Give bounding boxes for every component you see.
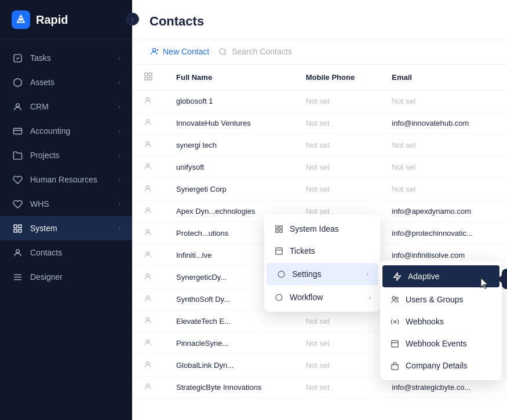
table-row[interactable]: unifysoft Not set Not set bbox=[132, 156, 507, 178]
svg-rect-6 bbox=[18, 225, 21, 228]
main-content: Contacts New Contact Search Contacts Ful… bbox=[132, 0, 507, 420]
crm-arrow: › bbox=[118, 103, 121, 110]
projects-arrow: › bbox=[118, 152, 121, 159]
dropdown-item-adaptive[interactable]: Adaptive bbox=[382, 265, 499, 287]
company-details-icon bbox=[389, 360, 400, 371]
sidebar-item-assets[interactable]: Assets › bbox=[0, 70, 132, 94]
svg-point-29 bbox=[147, 251, 149, 254]
row-icon bbox=[132, 288, 165, 311]
svg-point-3 bbox=[16, 103, 19, 107]
svg-point-9 bbox=[16, 249, 19, 253]
svg-point-31 bbox=[147, 295, 149, 298]
svg-point-44 bbox=[276, 294, 282, 301]
search-bar: Search Contacts bbox=[218, 47, 292, 56]
accounting-icon bbox=[12, 125, 23, 137]
table-row[interactable]: Synergeti Corp Not set Not set bbox=[132, 178, 507, 200]
svg-rect-21 bbox=[145, 77, 148, 80]
accounting-arrow: › bbox=[118, 127, 121, 134]
contact-phone: Not set bbox=[294, 377, 381, 399]
sidebar-item-label: Tasks bbox=[30, 53, 111, 63]
table-row[interactable]: InnovateHub Ventures Not set info@innova… bbox=[132, 112, 507, 134]
adaptive-label: Adaptive bbox=[408, 272, 439, 281]
sidebar-item-system[interactable]: System › bbox=[0, 216, 132, 240]
svg-rect-7 bbox=[18, 229, 21, 232]
svg-rect-38 bbox=[279, 225, 282, 228]
dropdown-item-webhooks[interactable]: Webhooks bbox=[380, 311, 502, 333]
table-row[interactable]: synergi tech Not set Not set bbox=[132, 134, 507, 156]
svg-rect-49 bbox=[391, 340, 397, 346]
svg-point-46 bbox=[392, 296, 395, 299]
contact-name: Synergeti Corp bbox=[165, 178, 294, 200]
svg-rect-19 bbox=[149, 73, 152, 76]
dropdown-item-company-details[interactable]: Company Details bbox=[380, 355, 502, 377]
sidebar-collapse-button[interactable]: ‹ bbox=[126, 13, 139, 25]
row-icon bbox=[132, 156, 165, 178]
users-groups-label: Users & Groups bbox=[406, 295, 464, 304]
row-icon bbox=[132, 333, 165, 355]
svg-point-22 bbox=[147, 97, 149, 100]
contact-name: InnovateHub Ventures bbox=[165, 112, 294, 134]
dropdown-item-system-ideas[interactable]: System Ideas bbox=[264, 218, 380, 240]
sidebar-item-human-resources[interactable]: Human Resources › bbox=[0, 167, 132, 192]
sidebar-item-label: System bbox=[30, 224, 111, 233]
svg-point-35 bbox=[147, 384, 149, 386]
system-dropdown: System Ideas Tickets Settings › Workflow… bbox=[264, 214, 380, 312]
svg-point-16 bbox=[220, 48, 225, 54]
hr-arrow: › bbox=[118, 176, 121, 183]
sidebar-item-projects[interactable]: Projects › bbox=[0, 143, 132, 167]
contact-email: Not set bbox=[380, 156, 507, 178]
workflow-arrow: › bbox=[369, 294, 371, 301]
whs-icon bbox=[12, 198, 23, 210]
designer-icon bbox=[12, 271, 23, 283]
svg-rect-20 bbox=[149, 77, 152, 80]
webhook-events-icon bbox=[389, 338, 400, 349]
sidebar-item-label: Accounting bbox=[30, 126, 111, 136]
contact-name: ElevateTech E... bbox=[165, 311, 294, 333]
svg-rect-41 bbox=[275, 247, 282, 254]
webhooks-icon bbox=[389, 316, 400, 327]
row-icon bbox=[132, 266, 165, 288]
svg-point-13 bbox=[152, 49, 155, 52]
dropdown-item-workflow[interactable]: Workflow › bbox=[264, 286, 380, 308]
svg-point-27 bbox=[147, 207, 149, 210]
contact-email: Not set bbox=[380, 134, 507, 156]
adaptive-icon bbox=[392, 271, 402, 282]
col-email: Email bbox=[380, 65, 507, 90]
sidebar-item-whs[interactable]: WHS › bbox=[0, 192, 132, 216]
svg-rect-51 bbox=[391, 364, 397, 369]
dropdown-item-webhook-events[interactable]: Webhook Events bbox=[380, 333, 502, 355]
sidebar-item-accounting[interactable]: Accounting › bbox=[0, 119, 132, 143]
col-icon bbox=[132, 65, 165, 90]
sidebar-item-crm[interactable]: CRM › bbox=[0, 94, 132, 119]
dropdown-item-tickets[interactable]: Tickets bbox=[264, 240, 380, 262]
contact-name: PinnacleSyne... bbox=[165, 333, 294, 355]
sidebar-item-label: Assets bbox=[30, 78, 111, 87]
logo-area: Rapid bbox=[0, 0, 132, 40]
dropdown-item-settings[interactable]: Settings › bbox=[267, 263, 378, 285]
dropdown-item-users-groups[interactable]: Users & Groups bbox=[380, 288, 502, 311]
svg-rect-18 bbox=[145, 73, 148, 76]
table-row[interactable]: TechWise Solutions Not set Not set bbox=[132, 399, 507, 404]
row-icon bbox=[132, 90, 165, 112]
sidebar-item-contacts[interactable]: Contacts bbox=[0, 240, 132, 265]
page-header: Contacts bbox=[132, 0, 507, 39]
svg-point-24 bbox=[147, 141, 149, 144]
settings-icon bbox=[276, 269, 286, 279]
new-contact-button[interactable]: New Contact bbox=[149, 47, 209, 56]
contact-email: Not set bbox=[380, 399, 507, 404]
assets-arrow: › bbox=[118, 79, 121, 86]
system-ideas-label: System Ideas bbox=[290, 224, 339, 233]
svg-rect-5 bbox=[14, 225, 17, 228]
sidebar-item-tasks[interactable]: Tasks › bbox=[0, 46, 132, 70]
svg-point-48 bbox=[393, 320, 396, 323]
tickets-icon bbox=[273, 246, 284, 256]
tasks-arrow: › bbox=[118, 54, 121, 61]
table-row[interactable]: globosoft 1 Not set Not set bbox=[132, 90, 507, 112]
settings-dropdown: Adaptive Users & Groups Webhooks Webhook… bbox=[380, 261, 502, 380]
svg-point-26 bbox=[147, 185, 149, 188]
crm-icon bbox=[12, 101, 23, 112]
sidebar-item-designer[interactable]: Designer bbox=[0, 265, 132, 289]
sidebar: Rapid ‹ Tasks › Assets › CRM › bbox=[0, 0, 132, 420]
system-icon bbox=[12, 222, 23, 234]
row-icon bbox=[132, 399, 165, 404]
